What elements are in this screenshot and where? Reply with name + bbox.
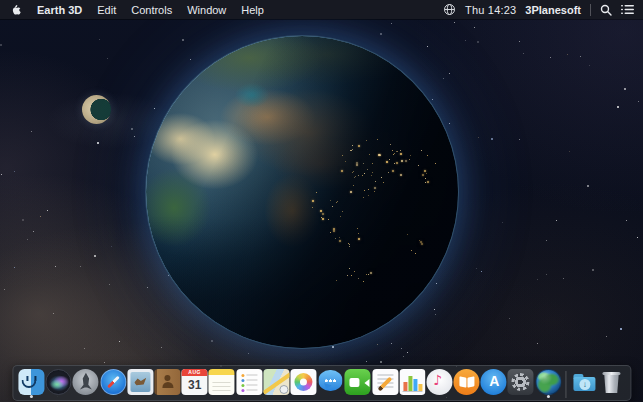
dock-notes-icon[interactable] xyxy=(209,369,235,395)
star xyxy=(589,65,590,66)
city-light xyxy=(350,191,352,193)
dock-app-store-icon[interactable] xyxy=(481,369,507,395)
city-light xyxy=(390,144,391,145)
star xyxy=(606,336,607,337)
reminders-glyph xyxy=(236,369,262,395)
menu-bar: Earth 3D EditControlsWindowHelp Thu 14:2… xyxy=(0,0,643,19)
menu-edit[interactable]: Edit xyxy=(97,4,116,16)
city-light xyxy=(358,278,359,279)
itunes-glyph xyxy=(426,369,452,395)
dock-maps-icon[interactable] xyxy=(263,369,289,395)
dock-calendar-icon[interactable]: AUG31 xyxy=(182,369,208,395)
star xyxy=(80,266,81,267)
dock-siri-icon[interactable] xyxy=(46,369,72,395)
dock-itunes-icon[interactable] xyxy=(426,369,452,395)
city-light xyxy=(348,243,349,244)
city-light xyxy=(424,170,426,172)
city-light xyxy=(330,200,331,201)
dock-mail-icon[interactable] xyxy=(127,369,153,395)
globe-status-icon[interactable] xyxy=(443,3,456,16)
menu-app-name[interactable]: Earth 3D xyxy=(37,4,82,16)
city-light xyxy=(358,145,360,147)
city-light xyxy=(322,213,324,215)
city-light xyxy=(364,173,365,174)
star xyxy=(391,343,392,344)
star xyxy=(569,151,570,152)
city-light xyxy=(397,151,398,152)
city-light xyxy=(418,165,419,166)
apple-menu-icon[interactable] xyxy=(11,3,23,16)
city-light xyxy=(374,187,376,189)
city-light xyxy=(328,219,329,220)
city-light xyxy=(356,164,358,166)
star xyxy=(592,269,594,271)
city-light xyxy=(425,182,426,183)
city-light xyxy=(415,253,416,254)
dock-trash-icon[interactable] xyxy=(598,369,624,395)
dock-contacts-icon[interactable] xyxy=(154,369,180,395)
notification-center-icon[interactable] xyxy=(621,4,634,15)
app-store-glyph xyxy=(481,369,507,395)
city-light xyxy=(388,172,389,173)
messages-glyph xyxy=(318,369,344,395)
dock-messages-icon[interactable] xyxy=(318,369,344,395)
dock-numbers-icon[interactable] xyxy=(399,369,425,395)
dock-safari-icon[interactable] xyxy=(100,369,126,395)
star xyxy=(47,210,48,211)
city-light xyxy=(393,154,394,155)
star xyxy=(104,362,105,363)
city-light xyxy=(342,211,343,212)
city-light xyxy=(336,202,337,203)
star xyxy=(519,139,520,140)
menu-help[interactable]: Help xyxy=(241,4,264,16)
city-light xyxy=(352,149,353,150)
city-light xyxy=(396,151,397,152)
star xyxy=(474,27,475,28)
dock-photos-icon[interactable] xyxy=(290,369,316,395)
city-light xyxy=(347,275,348,276)
dock-system-preferences-icon[interactable] xyxy=(508,369,534,395)
star xyxy=(40,216,41,217)
star xyxy=(617,106,619,108)
menu-controls[interactable]: Controls xyxy=(131,4,172,16)
menu-window[interactable]: Window xyxy=(187,4,226,16)
menu-items: EditControlsWindowHelp xyxy=(82,4,264,16)
city-light xyxy=(372,172,373,173)
dock-earth-3d-icon[interactable] xyxy=(535,369,561,395)
calendar-month: AUG xyxy=(182,369,208,376)
star xyxy=(434,309,435,310)
star xyxy=(626,220,627,221)
star xyxy=(107,58,108,59)
dock-facetime-icon[interactable] xyxy=(345,369,371,395)
dock-finder-icon[interactable] xyxy=(19,369,45,395)
dock-downloads-icon[interactable]: ↓ xyxy=(571,369,597,395)
star xyxy=(401,348,402,349)
city-light xyxy=(407,234,408,235)
city-light xyxy=(357,228,358,229)
dock: AUG31↓ xyxy=(12,365,631,401)
dock-reminders-icon[interactable] xyxy=(236,369,262,395)
dock-pages-icon[interactable] xyxy=(372,369,398,395)
city-light xyxy=(383,182,384,183)
city-light xyxy=(400,174,402,176)
city-light xyxy=(364,190,365,191)
photos-glyph xyxy=(290,369,316,395)
city-light xyxy=(374,191,375,192)
star xyxy=(1,174,2,175)
city-light xyxy=(339,240,341,242)
star xyxy=(481,271,482,272)
menu-clock[interactable]: Thu 14:23 xyxy=(465,4,516,16)
city-light xyxy=(354,271,355,272)
star xyxy=(556,220,557,221)
city-light xyxy=(330,232,331,233)
desktop-wallpaper xyxy=(0,0,643,402)
city-light xyxy=(396,162,398,164)
spotlight-search-icon[interactable] xyxy=(600,4,612,16)
dock-ibooks-icon[interactable] xyxy=(454,369,480,395)
city-light xyxy=(394,153,395,154)
city-light xyxy=(342,155,343,156)
city-light xyxy=(381,177,382,178)
dock-launchpad-icon[interactable] xyxy=(73,369,99,395)
menu-vendor[interactable]: 3Planesoft xyxy=(525,4,581,16)
city-light xyxy=(341,170,343,172)
